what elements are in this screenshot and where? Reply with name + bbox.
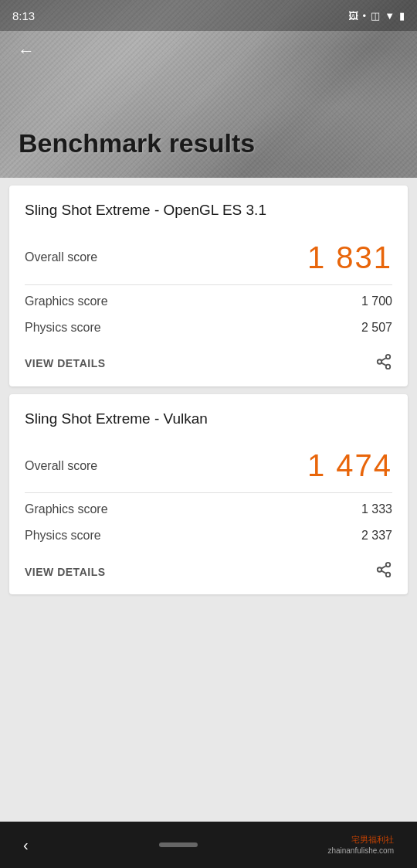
status-time: 8:13: [12, 9, 35, 22]
physics-score-row-opengl: Physics score 2 507: [25, 315, 392, 341]
dot-icon: •: [363, 10, 367, 22]
overall-score-row-opengl: Overall score 1 831: [25, 234, 392, 281]
card-vulkan: Sling Shot Extreme - Vulkan Overall scor…: [9, 394, 408, 595]
overall-value-opengl: 1 831: [307, 240, 392, 275]
graphics-value-opengl: 1 700: [361, 294, 392, 308]
svg-line-4: [381, 358, 386, 361]
gallery-icon: 🖼: [348, 10, 358, 22]
card-footer-vulkan: VIEW DETAILS: [25, 558, 392, 582]
nav-back-button[interactable]: ‹: [23, 836, 29, 854]
back-button[interactable]: ←: [12, 37, 40, 65]
svg-line-3: [381, 363, 386, 366]
watermark: 宅男福利社 zhainanfulishe.com: [327, 834, 394, 855]
physics-value-opengl: 2 507: [361, 321, 392, 335]
view-details-button-opengl[interactable]: VIEW DETAILS: [25, 357, 106, 369]
main-content: Sling Shot Extreme - OpenGL ES 3.1 Overa…: [0, 178, 417, 822]
card-vulkan-title: Sling Shot Extreme - Vulkan: [25, 410, 392, 429]
graphics-score-row-vulkan: Graphics score 1 333: [25, 496, 392, 523]
nav-home-button[interactable]: [159, 842, 198, 847]
status-icons: 🖼 • ◫ ▼ ▮: [348, 10, 405, 22]
status-bar: 8:13 🖼 • ◫ ▼ ▮: [0, 0, 417, 31]
view-details-button-vulkan[interactable]: VIEW DETAILS: [25, 566, 106, 578]
physics-value-vulkan: 2 337: [361, 529, 392, 543]
graphics-score-row-opengl: Graphics score 1 700: [25, 288, 392, 315]
share-icon-opengl[interactable]: [375, 353, 392, 374]
svg-line-9: [381, 566, 386, 569]
vibrate-icon: ◫: [371, 10, 380, 22]
hero-title-container: Benchmark results: [0, 128, 273, 178]
share-icon-vulkan[interactable]: [375, 561, 392, 582]
overall-label-opengl: Overall score: [25, 250, 97, 264]
card-opengl: Sling Shot Extreme - OpenGL ES 3.1 Overa…: [9, 186, 408, 386]
page-title: Benchmark results: [19, 128, 255, 159]
physics-label-vulkan: Physics score: [25, 529, 101, 543]
physics-score-row-vulkan: Physics score 2 337: [25, 523, 392, 549]
watermark-line1: 宅男福利社: [327, 834, 394, 845]
graphics-label-vulkan: Graphics score: [25, 502, 108, 516]
graphics-value-vulkan: 1 333: [361, 502, 392, 516]
graphics-label-opengl: Graphics score: [25, 294, 108, 308]
card-opengl-title: Sling Shot Extreme - OpenGL ES 3.1: [25, 201, 392, 220]
card-footer-opengl: VIEW DETAILS: [25, 350, 392, 374]
svg-line-8: [381, 571, 386, 574]
divider-2: [25, 492, 392, 493]
watermark-line2: zhainanfulishe.com: [327, 846, 394, 856]
overall-value-vulkan: 1 474: [307, 448, 392, 483]
nav-bar: ‹ 宅男福利社 zhainanfulishe.com: [0, 822, 417, 868]
overall-score-row-vulkan: Overall score 1 474: [25, 442, 392, 489]
battery-icon: ▮: [399, 10, 405, 22]
divider-1: [25, 284, 392, 285]
wifi-icon: ▼: [385, 10, 395, 22]
physics-label-opengl: Physics score: [25, 321, 101, 335]
overall-label-vulkan: Overall score: [25, 459, 97, 473]
